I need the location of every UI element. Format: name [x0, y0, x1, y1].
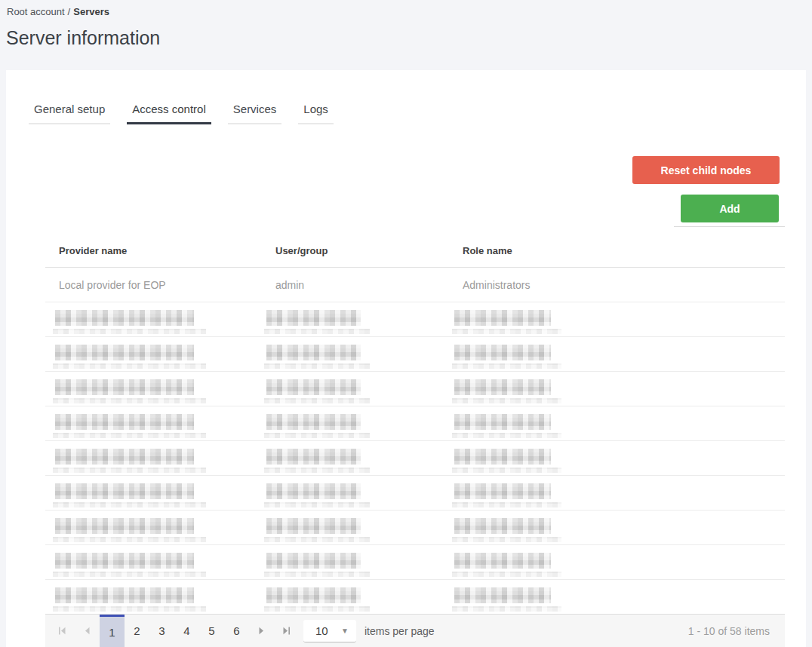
column-header-provider-name[interactable]: Provider name: [45, 245, 262, 256]
items-per-page-label: items per page: [364, 625, 435, 637]
redaction-strip: [452, 606, 561, 612]
tab-strip: General setup Access control Services Lo…: [29, 103, 350, 124]
redaction-strip: [53, 329, 206, 334]
redaction-mosaic: [266, 553, 361, 569]
redacted-cell-role: [449, 337, 785, 371]
redacted-cell-provider: [45, 337, 262, 371]
redaction-strip: [264, 502, 370, 507]
redacted-cell-role: [449, 580, 785, 614]
redacted-cell-role: [449, 372, 785, 406]
redacted-cell-provider: [45, 406, 262, 440]
page-button-3[interactable]: 3: [149, 615, 174, 647]
table-row-redacted[interactable]: [45, 372, 785, 406]
next-page-button[interactable]: [249, 615, 274, 647]
redaction-mosaic: [55, 553, 194, 569]
redaction-mosaic: [55, 483, 194, 499]
table-row-redacted[interactable]: [45, 545, 785, 580]
redaction-mosaic: [266, 483, 361, 499]
redaction-strip: [452, 468, 561, 473]
redaction-mosaic: [454, 414, 551, 430]
redaction-mosaic: [266, 518, 361, 534]
tab-general-setup[interactable]: General setup: [29, 103, 110, 124]
redacted-cell-role: [449, 476, 785, 510]
redacted-cell-user-group: [262, 545, 449, 579]
redaction-strip: [452, 537, 561, 542]
previous-page-button[interactable]: [75, 615, 100, 647]
content-card: General setup Access control Services Lo…: [6, 70, 806, 647]
breadcrumb-separator: /: [68, 6, 71, 17]
redaction-mosaic: [55, 345, 194, 360]
redaction-mosaic: [454, 553, 551, 569]
column-header-user-group[interactable]: User/group: [262, 245, 449, 256]
redacted-cell-role: [449, 545, 785, 579]
redacted-cell-user-group: [262, 372, 449, 406]
breadcrumb-current-servers: Servers: [73, 6, 109, 17]
add-button[interactable]: Add: [681, 195, 779, 222]
redacted-cell-user-group: [262, 476, 449, 510]
page-button-1[interactable]: 1: [100, 615, 125, 647]
first-page-button[interactable]: [50, 615, 75, 647]
redaction-strip: [264, 537, 370, 542]
redaction-strip: [53, 363, 206, 369]
last-page-button[interactable]: [274, 615, 299, 647]
breadcrumb-root-account-link[interactable]: Root account: [7, 6, 65, 17]
table-row-redacted[interactable]: [45, 337, 785, 372]
redaction-mosaic: [55, 414, 194, 430]
redaction-strip: [452, 572, 561, 577]
redaction-mosaic: [266, 310, 361, 326]
redaction-strip: [264, 468, 370, 473]
table-row-redacted[interactable]: [45, 406, 785, 441]
redacted-cell-user-group: [262, 337, 449, 371]
tab-logs[interactable]: Logs: [298, 103, 334, 124]
first-page-icon: [58, 627, 66, 635]
redaction-strip: [264, 572, 370, 577]
page-button-5[interactable]: 5: [199, 615, 224, 647]
redacted-cell-user-group: [262, 580, 449, 614]
table-row-redacted[interactable]: [45, 302, 785, 337]
redaction-mosaic: [55, 379, 194, 395]
page-size-select[interactable]: 10 ▼: [303, 620, 356, 642]
table-row-redacted[interactable]: [45, 511, 785, 545]
tab-access-control[interactable]: Access control: [127, 103, 211, 124]
page-button-2[interactable]: 2: [125, 615, 149, 647]
redaction-strip: [452, 502, 561, 507]
redacted-cell-provider: [45, 372, 262, 406]
redacted-cell-provider: [45, 545, 262, 579]
page-button-6[interactable]: 6: [224, 615, 249, 647]
access-control-table: Provider name User/group Role name Local…: [45, 234, 785, 615]
redaction-strip: [53, 606, 206, 612]
redaction-mosaic: [266, 449, 361, 465]
page-button-4[interactable]: 4: [174, 615, 199, 647]
redaction-mosaic: [454, 483, 551, 499]
redaction-strip: [452, 398, 561, 403]
redaction-strip: [53, 468, 206, 473]
redaction-strip: [452, 363, 561, 369]
table-row[interactable]: Local provider for EOP admin Administrat…: [45, 268, 785, 302]
redacted-cell-provider: [45, 476, 262, 510]
redaction-strip: [53, 398, 206, 403]
redaction-mosaic: [454, 518, 551, 534]
column-header-role-name[interactable]: Role name: [449, 245, 785, 256]
redacted-cell-user-group: [262, 302, 449, 336]
redacted-cell-provider: [45, 511, 262, 544]
previous-page-icon: [84, 627, 91, 635]
reset-child-nodes-button[interactable]: Reset child nodes: [632, 156, 780, 184]
breadcrumb: Root account/Servers: [7, 6, 109, 17]
tab-services[interactable]: Services: [228, 103, 282, 124]
table-row-redacted[interactable]: [45, 441, 785, 476]
redaction-mosaic: [454, 310, 551, 326]
cell-role-name: Administrators: [449, 279, 785, 291]
redaction-mosaic: [454, 345, 551, 360]
redacted-cell-user-group: [262, 441, 449, 475]
table-header-row: Provider name User/group Role name: [45, 234, 785, 268]
redaction-strip: [264, 329, 370, 334]
last-page-icon: [282, 627, 291, 635]
redacted-cell-provider: [45, 441, 262, 475]
table-row-redacted[interactable]: [45, 476, 785, 511]
redacted-cell-role: [449, 406, 785, 440]
table-row-redacted[interactable]: [45, 580, 785, 615]
redaction-strip: [53, 572, 206, 577]
page-root: Root account/Servers Server information …: [0, 0, 812, 647]
redacted-cell-user-group: [262, 406, 449, 440]
redaction-mosaic: [55, 310, 194, 326]
